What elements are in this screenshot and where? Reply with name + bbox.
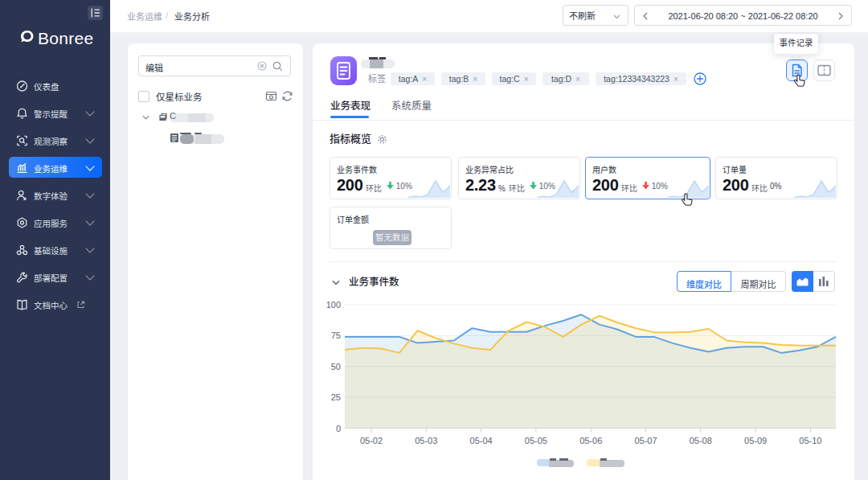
- svg-text:05-04: 05-04: [470, 436, 493, 445]
- svg-text:0: 0: [336, 424, 341, 433]
- svg-text:05-08: 05-08: [690, 436, 712, 445]
- svg-text:05-03: 05-03: [415, 436, 437, 445]
- svg-text:05-09: 05-09: [744, 436, 767, 445]
- svg-text:05-05: 05-05: [525, 436, 547, 445]
- svg-text:05-07: 05-07: [634, 436, 657, 445]
- svg-text:05-10: 05-10: [799, 436, 821, 445]
- svg-text:05-02: 05-02: [360, 436, 383, 445]
- svg-text:25: 25: [331, 392, 341, 402]
- svg-text:05-06: 05-06: [579, 436, 602, 445]
- svg-text:100: 100: [326, 300, 341, 310]
- svg-text:75: 75: [331, 330, 341, 340]
- svg-text:50: 50: [331, 362, 341, 371]
